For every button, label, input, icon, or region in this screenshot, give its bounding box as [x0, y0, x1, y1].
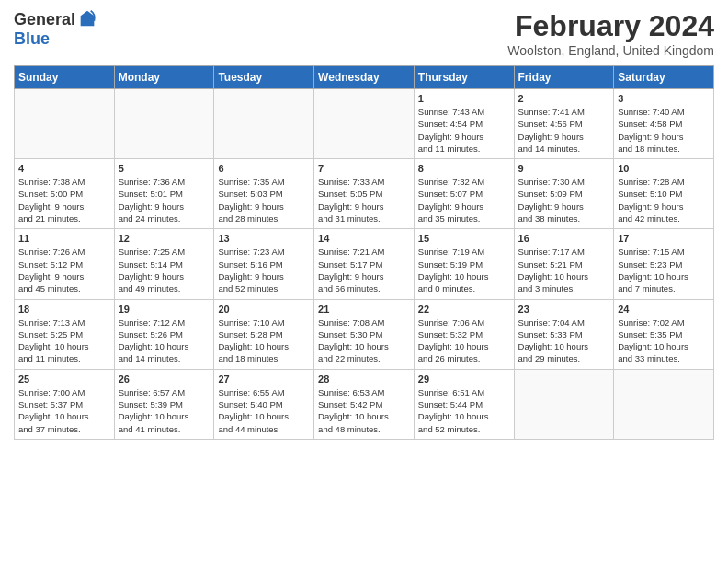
day-info: Sunrise: 7:04 AM Sunset: 5:33 PM Dayligh… — [518, 316, 610, 365]
day-info: Sunrise: 7:38 AM Sunset: 5:00 PM Dayligh… — [18, 176, 110, 224]
day-info: Sunrise: 7:33 AM Sunset: 5:05 PM Dayligh… — [318, 176, 410, 224]
col-monday: Monday — [114, 66, 214, 89]
col-wednesday: Wednesday — [314, 66, 415, 89]
day-number: 10 — [618, 163, 710, 174]
title-block: February 2024 Woolston, England, United … — [507, 9, 714, 58]
calendar-cell: 29Sunrise: 6:51 AM Sunset: 5:44 PM Dayli… — [414, 369, 514, 439]
col-thursday: Thursday — [414, 66, 514, 89]
day-info: Sunrise: 7:30 AM Sunset: 5:09 PM Dayligh… — [518, 176, 610, 224]
calendar-week-row: 18Sunrise: 7:13 AM Sunset: 5:25 PM Dayli… — [15, 299, 714, 369]
calendar-cell — [15, 89, 115, 159]
logo-icon — [77, 9, 97, 29]
day-number: 24 — [618, 304, 710, 315]
month-title: February 2024 — [507, 9, 714, 43]
calendar-header-row: Sunday Monday Tuesday Wednesday Thursday… — [15, 66, 714, 89]
day-number: 2 — [518, 93, 610, 104]
calendar-cell — [514, 369, 614, 439]
col-friday: Friday — [514, 66, 614, 89]
calendar-cell: 19Sunrise: 7:12 AM Sunset: 5:26 PM Dayli… — [114, 299, 214, 369]
day-info: Sunrise: 7:12 AM Sunset: 5:26 PM Dayligh… — [119, 316, 210, 365]
day-number: 15 — [418, 233, 510, 244]
day-info: Sunrise: 7:25 AM Sunset: 5:14 PM Dayligh… — [119, 246, 210, 294]
day-number: 14 — [318, 233, 410, 244]
day-number: 26 — [119, 373, 210, 385]
col-sunday: Sunday — [15, 66, 115, 89]
day-info: Sunrise: 7:23 AM Sunset: 5:16 PM Dayligh… — [218, 246, 310, 294]
calendar-cell: 27Sunrise: 6:55 AM Sunset: 5:40 PM Dayli… — [214, 369, 314, 439]
calendar-week-row: 11Sunrise: 7:26 AM Sunset: 5:12 PM Dayli… — [15, 229, 714, 299]
day-number: 6 — [218, 163, 310, 174]
day-number: 4 — [18, 163, 110, 174]
calendar-cell: 14Sunrise: 7:21 AM Sunset: 5:17 PM Dayli… — [314, 229, 415, 299]
calendar-cell: 18Sunrise: 7:13 AM Sunset: 5:25 PM Dayli… — [15, 299, 115, 369]
calendar-cell: 4Sunrise: 7:38 AM Sunset: 5:00 PM Daylig… — [15, 159, 115, 229]
day-number: 23 — [518, 304, 610, 315]
calendar-cell: 9Sunrise: 7:30 AM Sunset: 5:09 PM Daylig… — [514, 159, 614, 229]
calendar-cell: 24Sunrise: 7:02 AM Sunset: 5:35 PM Dayli… — [614, 299, 714, 369]
day-number: 18 — [18, 304, 110, 315]
day-number: 7 — [318, 163, 410, 174]
day-number: 5 — [119, 163, 210, 174]
calendar-cell — [214, 89, 314, 159]
day-info: Sunrise: 7:41 AM Sunset: 4:56 PM Dayligh… — [518, 106, 610, 155]
day-info: Sunrise: 7:17 AM Sunset: 5:21 PM Dayligh… — [518, 246, 610, 294]
day-number: 3 — [618, 93, 710, 104]
calendar-cell: 1Sunrise: 7:43 AM Sunset: 4:54 PM Daylig… — [414, 89, 514, 159]
location-text: Woolston, England, United Kingdom — [507, 43, 714, 58]
day-info: Sunrise: 6:53 AM Sunset: 5:42 PM Dayligh… — [318, 386, 410, 435]
calendar-week-row: 4Sunrise: 7:38 AM Sunset: 5:00 PM Daylig… — [15, 159, 714, 229]
col-tuesday: Tuesday — [214, 66, 314, 89]
calendar-week-row: 25Sunrise: 7:00 AM Sunset: 5:37 PM Dayli… — [15, 369, 714, 439]
day-info: Sunrise: 7:32 AM Sunset: 5:07 PM Dayligh… — [418, 176, 510, 224]
day-info: Sunrise: 7:08 AM Sunset: 5:30 PM Dayligh… — [318, 316, 410, 365]
day-info: Sunrise: 6:51 AM Sunset: 5:44 PM Dayligh… — [418, 386, 510, 435]
calendar-cell: 20Sunrise: 7:10 AM Sunset: 5:28 PM Dayli… — [214, 299, 314, 369]
day-number: 12 — [119, 233, 210, 244]
day-number: 13 — [218, 233, 310, 244]
col-saturday: Saturday — [614, 66, 714, 89]
calendar-cell: 28Sunrise: 6:53 AM Sunset: 5:42 PM Dayli… — [314, 369, 415, 439]
calendar-cell: 16Sunrise: 7:17 AM Sunset: 5:21 PM Dayli… — [514, 229, 614, 299]
calendar-cell: 2Sunrise: 7:41 AM Sunset: 4:56 PM Daylig… — [514, 89, 614, 159]
day-info: Sunrise: 7:35 AM Sunset: 5:03 PM Dayligh… — [218, 176, 310, 224]
calendar-cell: 6Sunrise: 7:35 AM Sunset: 5:03 PM Daylig… — [214, 159, 314, 229]
calendar-cell: 7Sunrise: 7:33 AM Sunset: 5:05 PM Daylig… — [314, 159, 415, 229]
calendar-cell: 17Sunrise: 7:15 AM Sunset: 5:23 PM Dayli… — [614, 229, 714, 299]
day-number: 28 — [318, 373, 410, 385]
calendar-cell: 3Sunrise: 7:40 AM Sunset: 4:58 PM Daylig… — [614, 89, 714, 159]
page-container: General Blue February 2024 Woolston, Eng… — [0, 0, 728, 449]
day-info: Sunrise: 7:19 AM Sunset: 5:19 PM Dayligh… — [418, 246, 510, 294]
calendar-cell: 15Sunrise: 7:19 AM Sunset: 5:19 PM Dayli… — [414, 229, 514, 299]
day-info: Sunrise: 7:15 AM Sunset: 5:23 PM Dayligh… — [618, 246, 710, 294]
day-number: 8 — [418, 163, 510, 174]
day-info: Sunrise: 6:57 AM Sunset: 5:39 PM Dayligh… — [119, 386, 210, 435]
page-header: General Blue February 2024 Woolston, Eng… — [14, 9, 714, 58]
day-info: Sunrise: 7:43 AM Sunset: 4:54 PM Dayligh… — [418, 106, 510, 155]
day-info: Sunrise: 7:36 AM Sunset: 5:01 PM Dayligh… — [119, 176, 210, 224]
day-number: 11 — [18, 233, 110, 244]
calendar-cell: 5Sunrise: 7:36 AM Sunset: 5:01 PM Daylig… — [114, 159, 214, 229]
day-info: Sunrise: 7:21 AM Sunset: 5:17 PM Dayligh… — [318, 246, 410, 294]
day-number: 17 — [618, 233, 710, 244]
day-number: 29 — [418, 373, 510, 385]
day-number: 1 — [418, 93, 510, 104]
calendar-cell — [314, 89, 415, 159]
calendar-cell: 25Sunrise: 7:00 AM Sunset: 5:37 PM Dayli… — [15, 369, 115, 439]
day-info: Sunrise: 6:55 AM Sunset: 5:40 PM Dayligh… — [218, 386, 310, 435]
day-number: 21 — [318, 304, 410, 315]
day-number: 16 — [518, 233, 610, 244]
logo: General Blue — [14, 9, 97, 49]
day-info: Sunrise: 7:10 AM Sunset: 5:28 PM Dayligh… — [218, 316, 310, 365]
calendar-cell: 21Sunrise: 7:08 AM Sunset: 5:30 PM Dayli… — [314, 299, 415, 369]
calendar-cell — [614, 369, 714, 439]
calendar-cell: 12Sunrise: 7:25 AM Sunset: 5:14 PM Dayli… — [114, 229, 214, 299]
calendar-cell: 26Sunrise: 6:57 AM Sunset: 5:39 PM Dayli… — [114, 369, 214, 439]
calendar-week-row: 1Sunrise: 7:43 AM Sunset: 4:54 PM Daylig… — [15, 89, 714, 159]
day-number: 22 — [418, 304, 510, 315]
day-info: Sunrise: 7:02 AM Sunset: 5:35 PM Dayligh… — [618, 316, 710, 365]
calendar-cell: 13Sunrise: 7:23 AM Sunset: 5:16 PM Dayli… — [214, 229, 314, 299]
calendar-body: 1Sunrise: 7:43 AM Sunset: 4:54 PM Daylig… — [15, 89, 714, 440]
day-info: Sunrise: 7:06 AM Sunset: 5:32 PM Dayligh… — [418, 316, 510, 365]
day-number: 27 — [218, 373, 310, 385]
day-number: 19 — [119, 304, 210, 315]
